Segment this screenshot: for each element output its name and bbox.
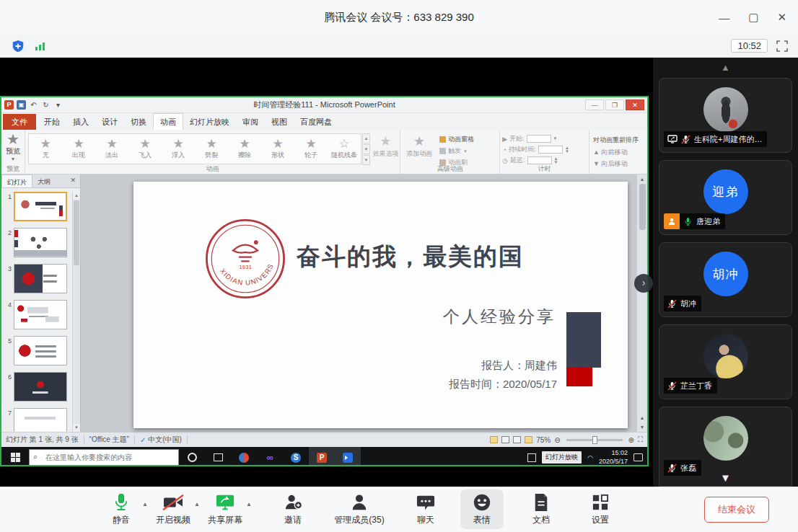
spellcheck-icon[interactable]: ✓: [140, 436, 146, 444]
preview-button[interactable]: ★ 预览 ▼: [1, 132, 25, 161]
chat-button[interactable]: 聊天: [404, 493, 447, 526]
tab-file[interactable]: 文件: [3, 114, 36, 130]
network-signal-icon[interactable]: [35, 41, 46, 51]
tab-home[interactable]: 开始: [38, 114, 66, 130]
anim-wheel[interactable]: ★轮子: [294, 134, 328, 164]
tab-view[interactable]: 视图: [265, 114, 294, 130]
invite-button[interactable]: 邀请: [271, 493, 315, 526]
anim-split[interactable]: ★劈裂: [195, 134, 228, 164]
current-slide[interactable]: 1931 XIDIAN UNIVERSITY 奋斗的我，最美的国 个人经验分享 …: [133, 182, 628, 428]
thumbnail-image[interactable]: [14, 372, 67, 402]
anim-randombars[interactable]: ☆随机线条: [328, 134, 361, 164]
fullscreen-icon[interactable]: [776, 40, 788, 52]
ppt-restore-icon[interactable]: ❐: [605, 99, 624, 110]
zoom-out-icon[interactable]: ⊖: [554, 436, 560, 444]
sorter-view-icon[interactable]: [501, 436, 509, 443]
tab-review[interactable]: 审阅: [236, 114, 265, 130]
anim-shape[interactable]: ★形状: [261, 134, 294, 164]
maximize-icon[interactable]: ▢: [748, 11, 758, 24]
anim-none[interactable]: ★无: [29, 134, 62, 164]
gallery-more-icon[interactable]: ▼: [362, 155, 370, 165]
fit-window-icon[interactable]: ⛶: [638, 435, 643, 444]
cortana-icon[interactable]: [179, 447, 205, 466]
slideshow-view-icon[interactable]: [525, 436, 532, 443]
manage-members-button[interactable]: 管理成员(35): [326, 493, 393, 526]
anim-wipe[interactable]: ★擦除: [228, 134, 261, 164]
video-options-caret[interactable]: ▲: [192, 501, 202, 507]
tab-addin[interactable]: 百度网盘: [294, 114, 338, 130]
scrollbar-thumb[interactable]: [639, 184, 646, 230]
slide-thumbnail-6[interactable]: 6: [4, 372, 72, 402]
minimize-icon[interactable]: —: [719, 12, 729, 24]
tab-insert[interactable]: 插入: [66, 114, 95, 130]
participant-tile[interactable]: 生科院+周建伟的…: [659, 78, 792, 153]
slide-thumbnail-3[interactable]: 3: [4, 264, 72, 293]
slide-thumbnail-2[interactable]: 2: [4, 228, 72, 257]
slideshow-tray-button[interactable]: 幻灯片放映: [542, 451, 582, 464]
anim-floatin[interactable]: ★浮入: [162, 134, 195, 164]
task-view-icon[interactable]: [205, 447, 231, 466]
participant-tile[interactable]: 胡冲 胡冲: [659, 242, 792, 317]
trigger-button[interactable]: 触发▼: [439, 146, 474, 156]
participants-scroll-down-icon[interactable]: ▼: [653, 471, 798, 484]
zoom-slider-knob[interactable]: [592, 436, 597, 444]
end-meeting-button[interactable]: 结束会议: [704, 497, 769, 523]
tab-slides[interactable]: 幻灯片: [1, 174, 32, 187]
thumbnail-image[interactable]: [14, 408, 67, 432]
slide-thumbnail-1[interactable]: 1: [4, 192, 72, 221]
ppt-close-icon[interactable]: ✕: [626, 99, 644, 110]
scroll-up-icon[interactable]: ▲: [73, 192, 80, 200]
spinner-icon[interactable]: ▲▼: [554, 157, 558, 164]
taskbar-clock[interactable]: 15:022020/5/17: [599, 449, 628, 466]
security-shield-icon[interactable]: [12, 40, 25, 53]
thumbnail-image[interactable]: [14, 336, 67, 365]
wifi-icon[interactable]: ◠: [587, 454, 593, 461]
thumbnail-image[interactable]: [14, 192, 67, 221]
gallery-up-icon[interactable]: ▲: [362, 133, 370, 143]
share-options-caret[interactable]: ▲: [244, 501, 254, 507]
start-select[interactable]: [527, 135, 551, 143]
taskbar-search[interactable]: ⌕: [29, 449, 179, 466]
tab-design[interactable]: 设计: [95, 114, 124, 130]
tab-animations[interactable]: 动画: [153, 113, 183, 130]
powerpoint-taskbar-icon[interactable]: P: [309, 447, 335, 466]
browser-icon[interactable]: S: [283, 447, 309, 466]
mute-options-caret[interactable]: ▲: [140, 501, 150, 507]
slide-thumbnail-7[interactable]: 7: [4, 408, 72, 432]
language-indicator[interactable]: 中文(中国): [148, 435, 182, 445]
participant-tile[interactable]: 芷兰丁香: [659, 324, 792, 399]
slide-thumbnail-4[interactable]: 4: [4, 300, 72, 329]
participant-tile[interactable]: 迎弟 唐迎弟: [659, 160, 792, 235]
animation-pane-button[interactable]: 动画窗格: [439, 135, 474, 144]
ppt-minimize-icon[interactable]: —: [585, 99, 604, 110]
normal-view-icon[interactable]: [490, 436, 498, 443]
anim-flyin[interactable]: ★飞入: [128, 134, 162, 164]
tab-outline[interactable]: 大纲: [32, 174, 56, 187]
search-input[interactable]: [45, 450, 175, 465]
move-earlier-button[interactable]: ▲ 向前移动: [593, 148, 647, 157]
panel-scrollbar[interactable]: ▲ ▼: [72, 192, 80, 432]
tab-transitions[interactable]: 切换: [124, 114, 153, 130]
ime-tray-icon[interactable]: [527, 453, 536, 462]
settings-button[interactable]: 设置: [579, 493, 622, 526]
share-screen-button[interactable]: 共享屏幕: [203, 493, 247, 526]
start-video-button[interactable]: 开启视频: [152, 493, 195, 526]
thumbnail-image[interactable]: [14, 264, 67, 293]
tab-slideshow[interactable]: 幻灯片放映: [183, 114, 236, 130]
start-setting[interactable]: ▶开始:▼: [502, 134, 589, 143]
thumbnail-image[interactable]: [14, 228, 67, 257]
close-icon[interactable]: ✕: [777, 11, 786, 24]
scroll-down-icon[interactable]: ▼: [73, 424, 80, 432]
action-center-icon[interactable]: [633, 453, 643, 461]
panel-close-icon[interactable]: ✕: [66, 174, 80, 187]
gallery-down-icon[interactable]: ▼: [362, 144, 370, 154]
sidebar-collapse-button[interactable]: ›: [634, 274, 653, 293]
move-later-button[interactable]: ▼ 向后移动: [593, 159, 647, 169]
delay-input[interactable]: [527, 156, 552, 164]
prev-slide-icon[interactable]: ▲: [640, 413, 645, 422]
participants-scroll-up-icon[interactable]: ▲: [653, 62, 798, 73]
spinner-icon[interactable]: ▲▼: [565, 146, 569, 154]
duration-setting[interactable]: ◔持续时间:▲▼: [502, 145, 589, 154]
netdisk-icon[interactable]: [231, 447, 257, 466]
mute-button[interactable]: 静音: [100, 493, 143, 526]
